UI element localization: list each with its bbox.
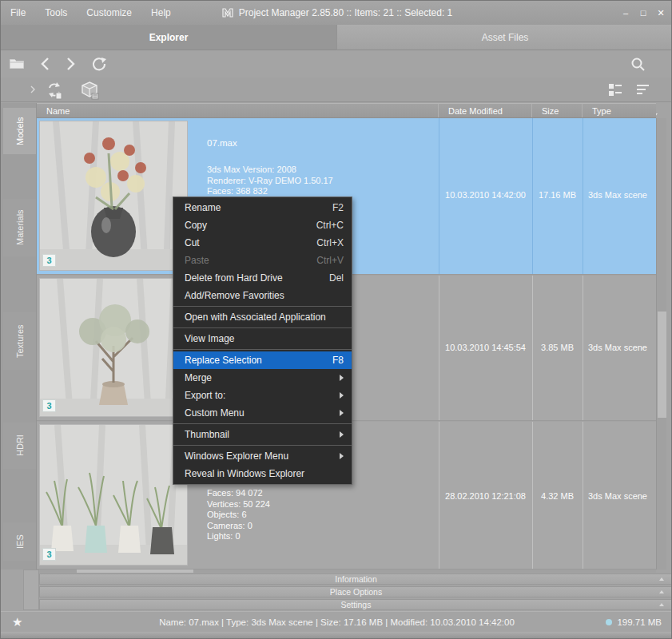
sort-icon[interactable] [636,83,650,97]
panel-settings[interactable]: Settings [39,599,672,610]
status-summary: Name: 07.max | Type: 3ds Max scene | Siz… [1,617,672,627]
memory-dot-icon [606,619,612,625]
sync-icon[interactable] [45,81,64,100]
menu-item-cut[interactable]: Cut Ctrl+X [173,234,352,252]
sidebar-item-hdri[interactable]: HDRI [3,423,36,469]
file-type: 3ds Max scene [588,491,647,501]
cube-icon[interactable] [81,81,100,100]
menu-item-windows-explorer-menu[interactable]: Windows Explorer Menu [173,447,352,465]
menu-separator [173,349,352,350]
menu-separator [173,423,352,424]
file-type: 3ds Max scene [588,343,647,352]
file-size: 17.16 MB [532,190,583,200]
tab-explorer[interactable]: Explorer [1,25,336,50]
view-toolbar [1,77,672,102]
search-iccn-wrap [630,57,646,73]
submenu-arrow-icon [340,453,344,459]
menu-help[interactable]: Help [141,1,181,25]
menu-item-merge[interactable]: Merge [173,369,352,387]
collapse-chevron-icon[interactable] [30,84,36,95]
menu-separator [173,445,352,446]
horizontal-scrollbar[interactable] [37,570,656,573]
menu-item-paste[interactable]: Paste Ctrl+V [173,252,352,269]
expand-arrow-icon [659,590,664,593]
file-size: 4.32 MB [532,491,583,501]
main-tab-bar: Explorer Asset Files [1,25,672,50]
file-date: 10.03.2010 14:42:00 [439,190,532,200]
submenu-arrow-icon [340,431,344,438]
thumbnail-grass-pots[interactable] [39,424,188,566]
shortcut: F8 [332,355,344,366]
category-sidebar: Models Materials Textures HDRI IES [1,103,37,570]
menu-item-open-with-associated-application[interactable]: Open with Associated Application [173,308,352,326]
vertical-scrollbar-thumb[interactable] [658,312,666,418]
menu-item-delete-from-hard-drive[interactable]: Delete from Hard Drive Del [173,269,352,287]
thumbnail-flower-vase[interactable] [39,121,188,271]
versions-badge: 3 [42,399,56,412]
app-window: File Tools Customize Help Project Manage… [0,0,672,639]
menu-item-export-to[interactable]: Export to: [173,387,352,404]
menu-item-rename[interactable]: Rename F2 [173,199,352,216]
expand-arrow-icon [659,577,664,581]
grid-header: Name Date Modified Size Type [37,103,656,118]
submenu-arrow-icon [340,392,344,399]
back-icon[interactable] [39,56,52,72]
menu-item-reveal-in-windows-explorer[interactable]: Reveal in Windows Explorer [173,465,352,482]
file-date: 10.03.2010 14:45:54 [439,343,532,352]
sidebar-item-textures[interactable]: Textures [3,312,36,370]
bottom-gutter [23,570,39,610]
file-size: 3.85 MB [532,343,583,352]
file-details: Faces: 94 072 Vertices: 50 224 Objects: … [207,488,270,542]
shortcut: Ctrl+X [316,237,344,248]
versions-badge: 3 [42,548,56,561]
menu-item-thumbnail[interactable]: Thumbnail [173,426,352,443]
app-logo-icon [221,6,234,19]
column-type[interactable]: Type [583,104,656,117]
vertical-scrollbar[interactable] [656,118,666,570]
search-icon[interactable] [630,57,646,73]
menu-item-replace-selection[interactable]: Replace Selection F8 [173,351,352,369]
versions-badge: 3 [42,254,56,267]
panel-information[interactable]: Information [39,574,672,585]
file-details: 3ds Max Version: 2008 Renderer: V-Ray DE… [207,165,333,197]
minimize-button[interactable]: – [618,6,633,20]
column-name[interactable]: Name [37,104,439,117]
menu-customize[interactable]: Customize [77,1,141,25]
thumbnail-potted-tree[interactable] [39,278,188,417]
menu-tools[interactable]: Tools [35,1,77,25]
sidebar-item-models[interactable]: Models [3,108,36,154]
menu-separator [173,327,352,328]
shortcut: Del [329,272,344,284]
close-button[interactable]: ✕ [654,6,668,20]
tab-asset-files[interactable]: Asset Files [336,25,672,50]
menu-item-copy[interactable]: Copy Ctrl+C [173,216,352,234]
shortcut: Ctrl+V [316,255,344,266]
panel-place-options[interactable]: Place Options [39,586,672,597]
sidebar-item-materials[interactable]: Materials [3,199,36,256]
status-bar: ★ Name: 07.max | Type: 3ds Max scene | S… [1,611,672,632]
submenu-arrow-icon [340,375,344,381]
memory-value: 199.71 MB [617,617,662,627]
refresh-icon[interactable] [91,56,107,72]
maximize-button[interactable]: □ [636,6,650,20]
forward-icon[interactable] [64,56,77,72]
column-size[interactable]: Size [532,104,583,117]
menu-file[interactable]: File [1,1,35,25]
submenu-arrow-icon [340,410,344,416]
folder-menu-icon[interactable] [9,57,25,70]
context-menu: Rename F2 Copy Ctrl+C Cut Ctrl+X Paste C… [173,196,352,485]
shortcut: Ctrl+C [316,220,344,231]
file-type: 3ds Max scene [588,190,647,200]
sidebar-item-ies[interactable]: IES [3,522,36,561]
file-name: 07.max [207,138,237,148]
horizontal-scrollbar-thumb[interactable] [77,570,193,573]
menu-item-view-image[interactable]: View Image [173,330,352,347]
file-date: 28.02.2010 12:21:08 [439,491,532,501]
menu-item-custom-menu[interactable]: Custom Menu [173,404,352,422]
window-title: Project Manager 2.85.80 :: Items: 21 :: … [239,7,452,18]
memory-indicator: 199.71 MB [606,617,662,627]
column-date-modified[interactable]: Date Modified [439,104,532,117]
window-bottom-edge [1,632,672,639]
menu-item-add-remove-favorites[interactable]: Add/Remove Favorities [173,287,352,304]
view-mode-icon[interactable] [608,83,622,97]
